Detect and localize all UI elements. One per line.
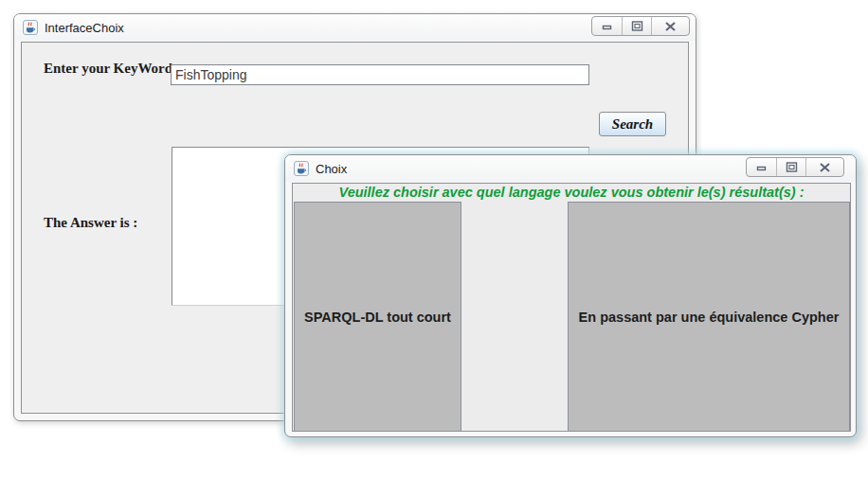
java-cup-icon (23, 20, 38, 35)
close-button[interactable] (651, 17, 689, 35)
maximize-icon (631, 21, 643, 31)
window-title: InterfaceChoix (45, 21, 124, 35)
close-button[interactable] (805, 158, 843, 176)
answer-label: The Answer is : (44, 215, 137, 231)
close-icon (819, 163, 831, 172)
minimize-button[interactable] (592, 17, 622, 35)
interfacechoix-titlebar[interactable]: InterfaceChoix (14, 14, 696, 41)
close-icon (664, 22, 677, 31)
maximize-icon (786, 162, 798, 172)
choix-titlebar[interactable]: Choix (285, 155, 856, 182)
minimize-icon (602, 21, 613, 31)
keywords-input[interactable] (171, 64, 589, 85)
window-title: Choix (316, 162, 347, 176)
maximize-button[interactable] (622, 17, 651, 35)
choix-client: Veuillez choisir avec quel langage voule… (292, 183, 851, 432)
choix-window: Choix Veuillez choisir avec quel langa (284, 154, 857, 437)
sparql-dl-button[interactable]: SPARQL-DL tout court (294, 202, 461, 432)
maximize-button[interactable] (776, 158, 805, 176)
minimize-icon (756, 162, 768, 172)
window-controls (746, 157, 844, 177)
search-button[interactable]: Search (599, 112, 666, 136)
window-controls (591, 16, 690, 36)
keywords-label: Enter your KeyWords : (44, 61, 187, 77)
language-choice-prompt: Veuillez choisir avec quel langage voule… (293, 185, 850, 200)
minimize-button[interactable] (747, 158, 776, 176)
cypher-equivalence-button[interactable]: En passant par une équivalence Cypher (568, 202, 850, 432)
java-cup-icon (294, 161, 309, 176)
